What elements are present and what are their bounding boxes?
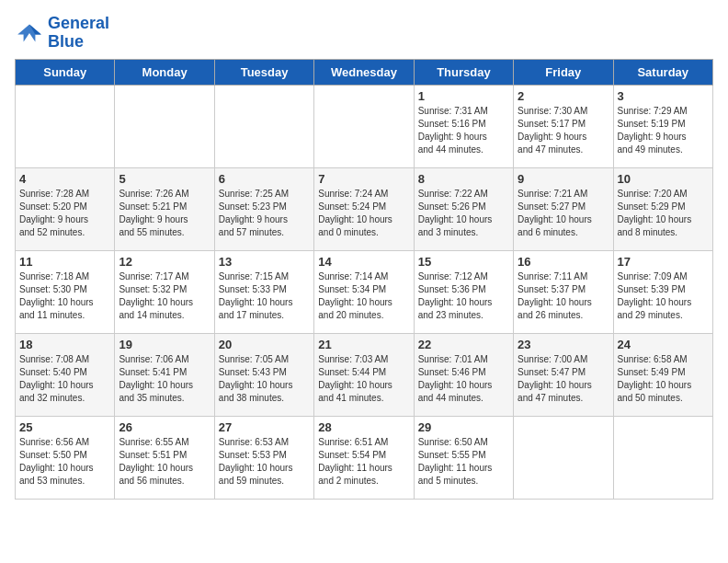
day-info: Sunrise: 7:26 AMSunset: 5:21 PMDaylight:… [119, 188, 210, 239]
day-info: Sunrise: 7:21 AMSunset: 5:27 PMDaylight:… [518, 188, 609, 239]
day-info: Sunrise: 7:05 AMSunset: 5:43 PMDaylight:… [219, 353, 310, 405]
calendar-cell: 7Sunrise: 7:24 AMSunset: 5:24 PMDaylight… [314, 167, 414, 250]
day-number: 27 [219, 420, 310, 434]
calendar-cell: 3Sunrise: 7:29 AMSunset: 5:19 PMDaylight… [613, 85, 712, 167]
day-number: 26 [119, 420, 210, 434]
calendar-cell: 20Sunrise: 7:05 AMSunset: 5:43 PMDayligh… [214, 333, 313, 416]
calendar-cell: 6Sunrise: 7:25 AMSunset: 5:23 PMDaylight… [214, 167, 313, 250]
day-info: Sunrise: 7:28 AMSunset: 5:20 PMDaylight:… [19, 188, 110, 239]
day-number: 18 [19, 338, 110, 351]
day-info: Sunrise: 7:17 AMSunset: 5:32 PMDaylight:… [119, 270, 210, 322]
week-row-5: 25Sunrise: 6:56 AMSunset: 5:50 PMDayligh… [16, 416, 713, 499]
calendar-cell: 8Sunrise: 7:22 AMSunset: 5:26 PMDaylight… [414, 167, 513, 250]
day-number: 28 [318, 420, 409, 434]
calendar-cell: 25Sunrise: 6:56 AMSunset: 5:50 PMDayligh… [16, 416, 115, 499]
day-number: 11 [19, 255, 110, 269]
calendar-cell: 16Sunrise: 7:11 AMSunset: 5:37 PMDayligh… [514, 250, 613, 333]
calendar-cell: 19Sunrise: 7:06 AMSunset: 5:41 PMDayligh… [115, 333, 214, 416]
calendar-cell: 21Sunrise: 7:03 AMSunset: 5:44 PMDayligh… [314, 333, 414, 416]
calendar-cell: 27Sunrise: 6:53 AMSunset: 5:53 PMDayligh… [214, 416, 313, 499]
calendar-cell [613, 416, 712, 499]
calendar-cell: 26Sunrise: 6:55 AMSunset: 5:51 PMDayligh… [115, 416, 214, 499]
day-info: Sunrise: 7:30 AMSunset: 5:17 PMDaylight:… [518, 105, 609, 156]
day-number: 5 [119, 172, 210, 186]
day-number: 9 [518, 172, 609, 186]
page-header: General Blue [15, 15, 713, 52]
day-info: Sunrise: 6:55 AMSunset: 5:51 PMDaylight:… [119, 436, 210, 488]
calendar-cell: 22Sunrise: 7:01 AMSunset: 5:46 PMDayligh… [414, 333, 513, 416]
calendar-cell: 15Sunrise: 7:12 AMSunset: 5:36 PMDayligh… [414, 250, 513, 333]
day-number: 22 [418, 338, 509, 351]
calendar-cell: 14Sunrise: 7:14 AMSunset: 5:34 PMDayligh… [314, 250, 414, 333]
weekday-header-wednesday: Wednesday [314, 59, 414, 85]
day-info: Sunrise: 7:18 AMSunset: 5:30 PMDaylight:… [19, 270, 110, 322]
day-number: 10 [618, 172, 709, 186]
calendar-cell [115, 85, 214, 167]
day-number: 20 [219, 338, 310, 351]
day-number: 8 [418, 172, 509, 186]
week-row-4: 18Sunrise: 7:08 AMSunset: 5:40 PMDayligh… [16, 333, 713, 416]
day-info: Sunrise: 7:12 AMSunset: 5:36 PMDaylight:… [418, 270, 509, 322]
logo-icon [15, 18, 44, 48]
day-info: Sunrise: 7:22 AMSunset: 5:26 PMDaylight:… [418, 188, 509, 239]
day-number: 3 [618, 89, 709, 103]
day-info: Sunrise: 7:03 AMSunset: 5:44 PMDaylight:… [318, 353, 409, 405]
day-number: 6 [219, 172, 310, 186]
calendar-cell [214, 85, 313, 167]
day-number: 19 [119, 338, 210, 351]
day-info: Sunrise: 7:20 AMSunset: 5:29 PMDaylight:… [618, 188, 709, 239]
calendar-cell: 2Sunrise: 7:30 AMSunset: 5:17 PMDaylight… [514, 85, 613, 167]
day-number: 7 [318, 172, 409, 186]
day-number: 12 [119, 255, 210, 269]
day-info: Sunrise: 7:31 AMSunset: 5:16 PMDaylight:… [418, 105, 509, 156]
calendar-cell [514, 416, 613, 499]
week-row-3: 11Sunrise: 7:18 AMSunset: 5:30 PMDayligh… [16, 250, 713, 333]
calendar-cell: 1Sunrise: 7:31 AMSunset: 5:16 PMDaylight… [414, 85, 513, 167]
calendar-cell: 5Sunrise: 7:26 AMSunset: 5:21 PMDaylight… [115, 167, 214, 250]
weekday-header-tuesday: Tuesday [214, 59, 313, 85]
day-info: Sunrise: 7:01 AMSunset: 5:46 PMDaylight:… [418, 353, 509, 405]
day-number: 17 [618, 255, 709, 269]
week-row-2: 4Sunrise: 7:28 AMSunset: 5:20 PMDaylight… [16, 167, 713, 250]
day-number: 13 [219, 255, 310, 269]
day-info: Sunrise: 7:11 AMSunset: 5:37 PMDaylight:… [518, 270, 609, 322]
logo-text: General Blue [48, 15, 109, 52]
calendar-cell: 11Sunrise: 7:18 AMSunset: 5:30 PMDayligh… [16, 250, 115, 333]
calendar-header: SundayMondayTuesdayWednesdayThursdayFrid… [16, 59, 713, 85]
day-info: Sunrise: 7:29 AMSunset: 5:19 PMDaylight:… [618, 105, 709, 156]
day-info: Sunrise: 7:24 AMSunset: 5:24 PMDaylight:… [318, 188, 409, 239]
day-number: 23 [518, 338, 609, 351]
calendar-cell: 28Sunrise: 6:51 AMSunset: 5:54 PMDayligh… [314, 416, 414, 499]
calendar-cell: 18Sunrise: 7:08 AMSunset: 5:40 PMDayligh… [16, 333, 115, 416]
calendar-body: 1Sunrise: 7:31 AMSunset: 5:16 PMDaylight… [16, 85, 713, 499]
day-info: Sunrise: 6:51 AMSunset: 5:54 PMDaylight:… [318, 436, 409, 488]
calendar-cell: 23Sunrise: 7:00 AMSunset: 5:47 PMDayligh… [514, 333, 613, 416]
calendar-cell: 9Sunrise: 7:21 AMSunset: 5:27 PMDaylight… [514, 167, 613, 250]
day-info: Sunrise: 7:09 AMSunset: 5:39 PMDaylight:… [618, 270, 709, 322]
day-number: 24 [618, 338, 709, 351]
weekday-header-sunday: Sunday [16, 59, 115, 85]
calendar-table: SundayMondayTuesdayWednesdayThursdayFrid… [15, 59, 713, 500]
calendar-cell: 24Sunrise: 6:58 AMSunset: 5:49 PMDayligh… [613, 333, 712, 416]
calendar-cell: 10Sunrise: 7:20 AMSunset: 5:29 PMDayligh… [613, 167, 712, 250]
day-number: 21 [318, 338, 409, 351]
day-info: Sunrise: 6:58 AMSunset: 5:49 PMDaylight:… [618, 353, 709, 405]
calendar-cell: 13Sunrise: 7:15 AMSunset: 5:33 PMDayligh… [214, 250, 313, 333]
day-number: 15 [418, 255, 509, 269]
day-info: Sunrise: 7:00 AMSunset: 5:47 PMDaylight:… [518, 353, 609, 405]
day-number: 16 [518, 255, 609, 269]
day-info: Sunrise: 7:08 AMSunset: 5:40 PMDaylight:… [19, 353, 110, 405]
weekday-header-thursday: Thursday [414, 59, 513, 85]
day-number: 4 [19, 172, 110, 186]
day-number: 2 [518, 89, 609, 103]
calendar-cell [314, 85, 414, 167]
weekday-header-monday: Monday [115, 59, 214, 85]
calendar-cell: 17Sunrise: 7:09 AMSunset: 5:39 PMDayligh… [613, 250, 712, 333]
calendar-cell: 29Sunrise: 6:50 AMSunset: 5:55 PMDayligh… [414, 416, 513, 499]
day-number: 25 [19, 420, 110, 434]
week-row-1: 1Sunrise: 7:31 AMSunset: 5:16 PMDaylight… [16, 85, 713, 167]
calendar-cell: 12Sunrise: 7:17 AMSunset: 5:32 PMDayligh… [115, 250, 214, 333]
day-info: Sunrise: 6:56 AMSunset: 5:50 PMDaylight:… [19, 436, 110, 488]
day-number: 29 [418, 420, 509, 434]
day-info: Sunrise: 7:14 AMSunset: 5:34 PMDaylight:… [318, 270, 409, 322]
